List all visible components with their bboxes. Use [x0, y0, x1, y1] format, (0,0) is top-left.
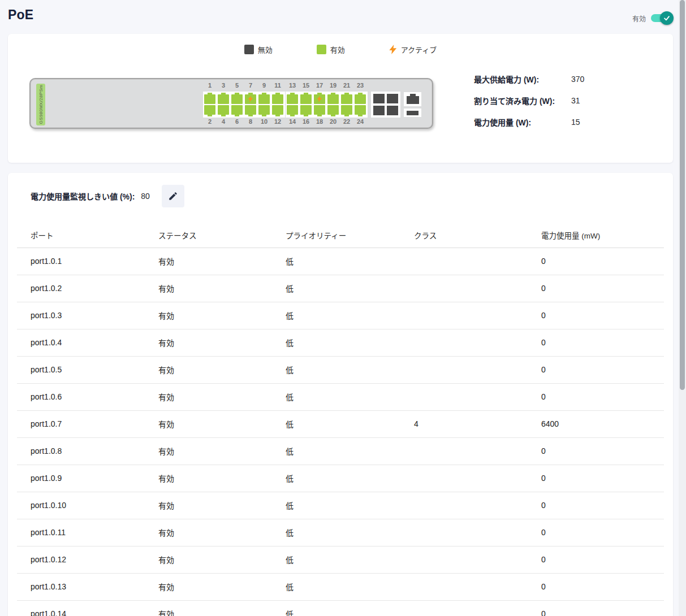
- console-port: [404, 92, 421, 106]
- port-13: [287, 93, 298, 104]
- table-row: port1.0.10有効低0: [17, 492, 664, 519]
- port-number: 6: [230, 118, 244, 125]
- port-column: [341, 93, 352, 116]
- table-row: port1.0.4有効低0: [17, 329, 664, 356]
- port-19: [327, 93, 339, 104]
- poe-status-card: 無効 有効 アクティブ GS980MX/28PSm 13579111315171…: [8, 34, 673, 163]
- port-5: [231, 93, 243, 104]
- port-body: [231, 105, 243, 115]
- cell-power: 0: [528, 546, 664, 573]
- cell-status: 有効: [145, 600, 272, 616]
- port-8: [245, 105, 256, 116]
- port-column: [327, 93, 339, 116]
- port-15: [300, 93, 312, 104]
- port-number: 17: [313, 82, 326, 89]
- cell-class: [400, 248, 528, 275]
- page-header: PoE 有効: [0, 0, 686, 34]
- column-header-0: ポート: [17, 223, 145, 248]
- cell-priority: 低: [272, 465, 400, 492]
- poe-settings-card: 電力使用量監視しきい値 (%): 80 ポートステータスプライオリティークラス電…: [8, 173, 673, 616]
- active-bolt-icon: [317, 96, 322, 102]
- column-header-4: 電力使用量 (mW): [528, 223, 664, 248]
- port-number: 9: [257, 82, 271, 89]
- cell-power: 0: [528, 573, 664, 600]
- cell-class: [400, 492, 528, 519]
- legend-label: 有効: [330, 44, 345, 55]
- port-group-2: [286, 92, 368, 118]
- port-number: 15: [299, 82, 313, 89]
- cell-status: 有効: [145, 329, 272, 356]
- port-number: 22: [340, 118, 353, 125]
- cell-status: 有効: [145, 302, 272, 329]
- cell-status: 有効: [145, 573, 272, 600]
- uplink-ports-block: [371, 92, 400, 118]
- cell-port: port1.0.11: [17, 519, 145, 546]
- cell-priority: 低: [272, 519, 400, 546]
- cell-status: 有効: [145, 356, 272, 383]
- port-body: [287, 94, 298, 104]
- port-group-1: [203, 92, 285, 118]
- port-column: [258, 93, 270, 116]
- port-22: [341, 105, 352, 116]
- port-body: [258, 94, 270, 104]
- power-summary-row: 割り当て済み電力 (W):31: [474, 94, 666, 107]
- column-header-1: ステータス: [145, 223, 272, 248]
- legend-label: アクティブ: [401, 44, 437, 55]
- cell-status: 有効: [145, 492, 272, 519]
- port-17: [314, 93, 325, 104]
- port-number: 10: [257, 118, 271, 125]
- port-body: [314, 105, 325, 115]
- cell-class: [400, 275, 528, 302]
- power-value: 31: [571, 96, 580, 105]
- page-title: PoE: [8, 7, 33, 23]
- poe-enable-toggle[interactable]: [651, 11, 672, 25]
- cell-class: [400, 356, 528, 383]
- cell-power: 0: [528, 275, 664, 302]
- cell-port: port1.0.7: [17, 410, 145, 437]
- scrollbar-track[interactable]: [679, 0, 686, 616]
- port-number: 1: [203, 82, 217, 89]
- sfp-slot: [404, 109, 421, 117]
- poe-enable-label: 有効: [632, 14, 646, 23]
- cell-status: 有効: [145, 546, 272, 573]
- edit-threshold-button[interactable]: [162, 185, 184, 207]
- cell-power: 0: [528, 329, 664, 356]
- cell-priority: 低: [272, 302, 400, 329]
- port-4: [218, 105, 229, 116]
- port-body: [218, 94, 229, 104]
- cell-class: [400, 519, 528, 546]
- scrollbar-thumb[interactable]: [680, 0, 685, 390]
- port-column: [245, 93, 256, 116]
- legend-label: 無効: [258, 44, 273, 55]
- port-notch: [221, 115, 226, 116]
- cell-class: [400, 383, 528, 410]
- port-column: [272, 93, 283, 116]
- cell-class: [400, 573, 528, 600]
- cell-port: port1.0.1: [17, 248, 145, 275]
- port-notch: [344, 115, 349, 116]
- cell-priority: 低: [272, 329, 400, 356]
- port-body: [300, 94, 312, 104]
- cell-port: port1.0.2: [17, 275, 145, 302]
- lightning-bolt-icon: [389, 45, 397, 54]
- cell-priority: 低: [272, 437, 400, 465]
- threshold-value: 80: [141, 192, 150, 201]
- cell-class: [400, 437, 528, 465]
- active-bolt-icon: [248, 96, 253, 102]
- port-column: [300, 93, 312, 116]
- cell-power: 0: [528, 356, 664, 383]
- cell-port: port1.0.8: [17, 437, 145, 465]
- table-row: port1.0.12有効低0: [17, 546, 664, 573]
- port-number: 11: [271, 82, 284, 89]
- port-body: [327, 105, 339, 115]
- port-number: 14: [286, 118, 299, 125]
- table-row: port1.0.9有効低0: [17, 465, 664, 492]
- port-body: [204, 105, 215, 115]
- port-number: 3: [217, 82, 230, 89]
- port-body: [327, 94, 339, 104]
- table-row: port1.0.1有効低0: [17, 248, 664, 275]
- switch-diagram: GS980MX/28PSm 1357911131517192123 246810…: [29, 78, 433, 129]
- port-notch: [358, 115, 363, 116]
- cell-priority: 低: [272, 383, 400, 410]
- port-20: [327, 105, 339, 116]
